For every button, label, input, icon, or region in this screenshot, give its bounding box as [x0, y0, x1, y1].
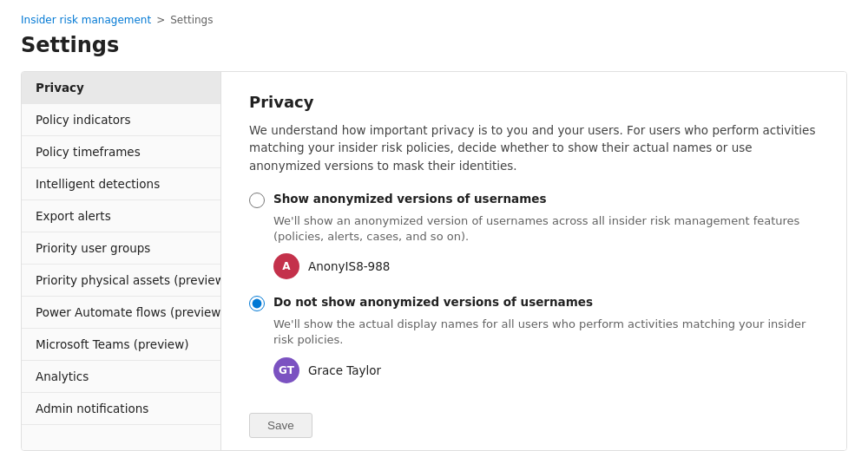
option-row-1: Show anonymized versions of usernames	[249, 192, 819, 208]
user-name-anon: AnonyIS8-988	[308, 259, 390, 273]
user-name-real: Grace Taylor	[308, 363, 381, 377]
breadcrumb-parent[interactable]: Insider risk management	[21, 14, 151, 26]
sidebar-item-privacy[interactable]: Privacy	[22, 72, 220, 104]
sidebar-item-policy-indicators[interactable]: Policy indicators	[22, 104, 220, 136]
sidebar-item-priority-user-groups[interactable]: Priority user groups	[22, 232, 220, 265]
option-desc-show-anonymized: We'll show an anonymized version of user…	[273, 213, 819, 245]
content-area: Privacy We understand how important priv…	[221, 72, 846, 450]
avatar-anon: A	[273, 253, 299, 279]
sidebar-item-analytics[interactable]: Analytics	[22, 361, 220, 393]
sidebar-item-intelligent-detections[interactable]: Intelligent detections	[22, 168, 220, 200]
sidebar-item-microsoft-teams[interactable]: Microsoft Teams (preview)	[22, 329, 220, 361]
breadcrumb-separator: >	[156, 14, 165, 26]
sidebar-item-export-alerts[interactable]: Export alerts	[22, 200, 220, 232]
page-title: Settings	[21, 33, 847, 57]
option-label-do-not-show-anonymized[interactable]: Do not show anonymized versions of usern…	[273, 295, 593, 309]
option-section-real: Do not show anonymized versions of usern…	[249, 295, 819, 382]
sidebar-item-priority-physical-assets[interactable]: Priority physical assets (preview)	[22, 265, 220, 297]
main-content: PrivacyPolicy indicatorsPolicy timeframe…	[21, 71, 847, 451]
sidebar: PrivacyPolicy indicatorsPolicy timeframe…	[22, 72, 221, 450]
sidebar-item-admin-notifications[interactable]: Admin notifications	[22, 393, 220, 425]
radio-show-anonymized[interactable]	[249, 193, 265, 208]
content-description: We understand how important privacy is t…	[249, 121, 819, 174]
option-label-show-anonymized[interactable]: Show anonymized versions of usernames	[273, 192, 546, 206]
content-title: Privacy	[249, 93, 819, 111]
breadcrumb: Insider risk management > Settings	[21, 14, 847, 26]
option-desc-do-not-show-anonymized: We'll show the actual display names for …	[273, 317, 819, 348]
option-row-2: Do not show anonymized versions of usern…	[249, 295, 819, 311]
user-pill-anon: A AnonyIS8-988	[273, 253, 819, 279]
radio-do-not-show-anonymized[interactable]	[249, 296, 265, 311]
user-pill-real: GT Grace Taylor	[273, 357, 819, 383]
save-button[interactable]: Save	[249, 413, 312, 438]
avatar-real: GT	[273, 357, 299, 383]
breadcrumb-current: Settings	[170, 14, 213, 26]
option-section-anonymized: Show anonymized versions of usernames We…	[249, 192, 819, 279]
sidebar-item-policy-timeframes[interactable]: Policy timeframes	[22, 136, 220, 168]
sidebar-item-power-automate-flows[interactable]: Power Automate flows (preview)	[22, 297, 220, 329]
